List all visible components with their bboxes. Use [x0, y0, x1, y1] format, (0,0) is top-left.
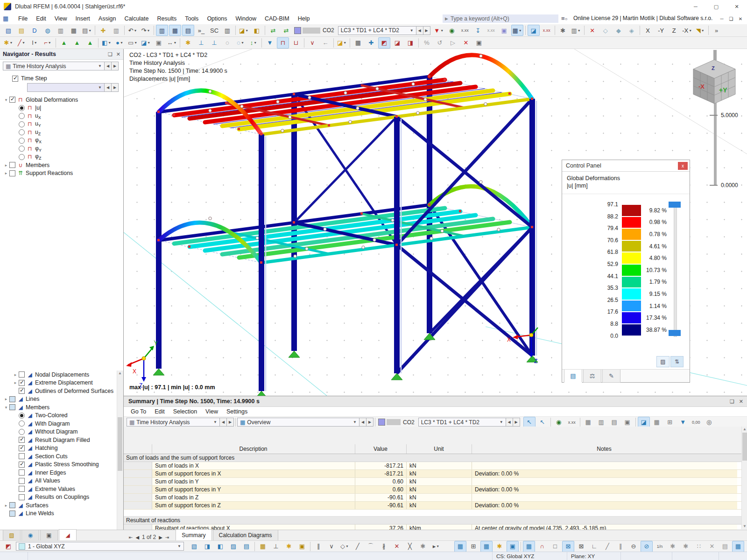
- navigator-tab-data-icon[interactable]: ▧: [3, 530, 21, 540]
- legend-slider-top-handle[interactable]: [669, 202, 681, 208]
- summary-view-next-button[interactable]: ▶: [366, 418, 374, 427]
- summary-analysis-select[interactable]: ▦ Time History Analysis▼: [127, 418, 220, 427]
- new-node-icon[interactable]: ✱▼: [2, 37, 14, 49]
- tree-item-results-on-couplings[interactable]: ◢Results on Couplings: [0, 493, 116, 502]
- grid-window-icon[interactable]: ⊞: [467, 541, 479, 552]
- tree-item-with-diagram[interactable]: ◢With Diagram: [0, 420, 116, 428]
- tree-radio[interactable]: [19, 113, 25, 119]
- display-properties-icon[interactable]: ◪▼: [238, 25, 250, 36]
- tree-item-surfaces[interactable]: ▸◢Surfaces: [0, 501, 116, 510]
- tree-checkbox[interactable]: [19, 445, 25, 451]
- panel-scale-button[interactable]: ⇅: [670, 356, 684, 367]
- guidelines-icon[interactable]: ▣: [296, 541, 308, 552]
- measure-icon[interactable]: ↔▼: [166, 37, 178, 49]
- summary-menu-go-to[interactable]: Go To: [127, 406, 150, 417]
- summary-close-icon[interactable]: ✕: [739, 399, 743, 405]
- circle-snap-icon[interactable]: ⊘: [641, 541, 653, 552]
- view-new-icon[interactable]: ◈: [626, 25, 638, 36]
- tree-expander-icon[interactable]: ▸: [3, 171, 9, 175]
- decimal-places-icon[interactable]: x.xx: [566, 417, 578, 428]
- snap-a-icon[interactable]: ✱: [667, 541, 679, 552]
- table-filter-icon[interactable]: ▼: [677, 417, 689, 428]
- tree-checkbox[interactable]: [19, 388, 25, 394]
- column-notes[interactable]: Notes: [472, 446, 737, 452]
- view-cube-icon[interactable]: ◇: [599, 25, 612, 36]
- mdi-restore-button[interactable]: ❏: [726, 15, 736, 22]
- tree-expander-icon[interactable]: ▸: [3, 397, 9, 401]
- navigator-toggle-icon[interactable]: ▥: [156, 25, 168, 36]
- dlubal-cloud-icon[interactable]: D: [28, 25, 41, 36]
- snap-direction-icon[interactable]: ▸▼: [430, 541, 442, 552]
- menu-insert[interactable]: Insert: [71, 13, 94, 24]
- line-snap-icon[interactable]: ╱: [352, 541, 364, 552]
- menu-cad-bim[interactable]: CAD-BIM: [261, 13, 294, 24]
- new-model-icon[interactable]: ▧: [2, 25, 14, 36]
- summary-titlebar[interactable]: Summary | Time Step No. 1500, Time: 14.9…: [124, 396, 747, 407]
- node-snap-icon[interactable]: ✱: [283, 541, 295, 552]
- new-solid-icon[interactable]: ▲: [71, 37, 83, 49]
- tree-item--[interactable]: ⊓φZ: [0, 153, 123, 161]
- result-view-icon[interactable]: ◉: [553, 417, 565, 428]
- ortho-icon[interactable]: ∥: [312, 541, 324, 552]
- mdi-minimize-button[interactable]: ─: [717, 15, 726, 22]
- snap-lines-toggle-icon[interactable]: ▦: [523, 541, 535, 552]
- layers-icon[interactable]: ▤: [719, 541, 731, 552]
- column-value[interactable]: Value: [355, 446, 406, 452]
- navigator-close-icon[interactable]: ✕: [116, 51, 120, 57]
- result-type-select[interactable]: ▦ Time History Analysis▼: [3, 62, 105, 70]
- microscope-icon[interactable]: ◥▼: [694, 25, 706, 36]
- panel-tab-color-scale-tab[interactable]: ▤: [564, 370, 582, 383]
- magnet-snap-icon[interactable]: ∩: [536, 541, 548, 552]
- ucs-icon[interactable]: ▧: [188, 541, 200, 552]
- diagram-toggle-icon[interactable]: ◪: [528, 25, 540, 36]
- table-view-icon[interactable]: ▦: [582, 417, 594, 428]
- panel-icon[interactable]: ◧: [251, 25, 263, 36]
- legend-slider-bottom-handle[interactable]: [669, 330, 681, 336]
- column-description[interactable]: Description: [152, 446, 355, 452]
- plane-top-icon[interactable]: ▨: [227, 541, 240, 552]
- network-model-icon[interactable]: ◍: [42, 25, 54, 36]
- table-row[interactable]: Sum of support forces in X-817.21kNDevia…: [124, 470, 741, 478]
- tree-checkbox[interactable]: [19, 469, 25, 476]
- new-polyline-icon[interactable]: ⌐▼: [42, 37, 54, 49]
- select-cross-icon[interactable]: ⊠: [562, 541, 574, 552]
- tree-radio[interactable]: [19, 105, 25, 111]
- all-values-icon[interactable]: x.xx: [485, 25, 497, 36]
- calc-params-icon[interactable]: ▥▼: [570, 25, 582, 36]
- tree-item-extreme-values[interactable]: ◢Extreme Values: [0, 485, 116, 493]
- tree-item-extreme-displacement[interactable]: ▸◢Extreme Displacement: [0, 379, 116, 387]
- result-objects-icon[interactable]: ▣: [498, 25, 510, 36]
- work-plane-yz-icon[interactable]: ◪: [391, 37, 403, 49]
- tree-checkbox[interactable]: [9, 511, 15, 517]
- table-settings-icon[interactable]: ▦: [651, 417, 663, 428]
- color-scale-icon[interactable]: ◪▼: [336, 37, 348, 49]
- new-table-icon[interactable]: ✚: [97, 25, 109, 36]
- new-opening-icon[interactable]: ▲: [84, 37, 96, 49]
- navigator-tab-results-icon[interactable]: ◢: [59, 529, 77, 540]
- result-values-icon[interactable]: x.xx: [459, 25, 471, 36]
- show-results-icon[interactable]: ◉: [446, 25, 458, 36]
- table-row[interactable]: Sum of support forces in Y0.60kNDeviatio…: [124, 486, 741, 494]
- ghost-arrow-icon[interactable]: ←: [319, 37, 331, 49]
- draw-line-icon[interactable]: ╱: [601, 541, 613, 552]
- column-unit[interactable]: Unit: [406, 446, 472, 452]
- camera-settings-icon[interactable]: ▣: [473, 37, 485, 49]
- cross-snap-icon[interactable]: ╳: [404, 541, 416, 552]
- delete-icon[interactable]: ✕: [460, 37, 472, 49]
- tree-item--[interactable]: ⊓φY: [0, 145, 123, 153]
- maximize-button[interactable]: ▢: [706, 0, 726, 13]
- tree-item-all-values[interactable]: ◢All Values: [0, 477, 116, 485]
- menu-view[interactable]: View: [50, 13, 71, 24]
- extreme-values-icon[interactable]: x.xx: [541, 25, 553, 36]
- script-icon[interactable]: SC: [208, 25, 220, 36]
- tree-item-two-colored[interactable]: ◢Two-Colored: [0, 412, 116, 420]
- new-line-icon[interactable]: ╱▼: [15, 37, 28, 49]
- division-snap-icon[interactable]: 1/n: [654, 541, 666, 552]
- panel-toggle-icon[interactable]: ▤: [182, 25, 194, 36]
- pager-last-button[interactable]: ⇥: [165, 535, 169, 540]
- tree-item-lines[interactable]: ▸◢Lines: [0, 395, 116, 404]
- table-row[interactable]: Sum of loads in Y0.60kN: [124, 478, 741, 486]
- combination-next-button[interactable]: ▶: [423, 26, 430, 35]
- undo-icon[interactable]: ↶▼: [127, 25, 139, 36]
- disable-snap-icon[interactable]: ✕: [706, 541, 718, 552]
